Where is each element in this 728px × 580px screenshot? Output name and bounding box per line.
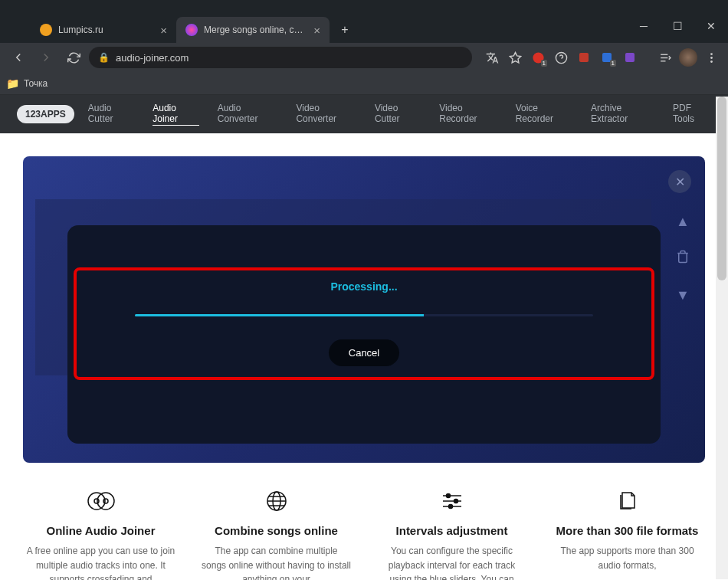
feature-desc: A free online app you can use to join mu…	[23, 544, 179, 580]
nav-audio-joiner[interactable]: Audio Joiner	[152, 103, 199, 126]
svg-point-13	[94, 499, 99, 503]
favicon-icon	[185, 24, 198, 36]
feature-intervals: Intervals adjustment You can configure t…	[374, 487, 530, 580]
back-button[interactable]	[6, 47, 31, 68]
arrow-down-icon[interactable]: ▼	[676, 287, 690, 303]
folder-icon: 📁	[6, 77, 19, 90]
hero-panel: ✕ ▲ ▼ Processing... Cancel	[23, 156, 705, 463]
forward-button[interactable]	[34, 47, 58, 68]
favicon-icon	[40, 24, 52, 36]
feature-desc: The app supports more than 300 audio for…	[549, 544, 705, 572]
nav-audio-converter[interactable]: Audio Converter	[218, 103, 278, 126]
processing-label: Processing...	[130, 280, 598, 293]
avatar[interactable]	[677, 47, 699, 68]
nav-video-converter[interactable]: Video Converter	[296, 103, 356, 126]
site-nav: Audio Cutter Audio Joiner Audio Converte…	[88, 103, 711, 126]
translate-icon[interactable]	[481, 47, 503, 68]
ext-red-icon[interactable]	[573, 47, 595, 68]
ext-purple-icon[interactable]	[619, 47, 641, 68]
nav-pdf-tools[interactable]: PDF Tools	[673, 103, 711, 126]
tab-lumpics[interactable]: Lumpics.ru ×	[31, 17, 176, 43]
trash-icon[interactable]	[676, 250, 690, 267]
svg-point-15	[103, 499, 108, 503]
close-button[interactable]: ✕	[694, 14, 728, 38]
scrollbar[interactable]	[716, 97, 728, 579]
svg-point-9	[710, 53, 713, 55]
reading-list-icon[interactable]	[654, 47, 676, 68]
star-icon[interactable]	[504, 47, 526, 68]
adblock-icon[interactable]: 1	[527, 47, 549, 68]
close-icon[interactable]: ✕	[668, 170, 691, 193]
files-icon	[549, 487, 705, 515]
ext-blue-icon[interactable]: 1	[596, 47, 618, 68]
bookmark-bar: 📁 Точка	[0, 72, 728, 95]
tab-title: Lumpics.ru	[58, 25, 154, 35]
reload-button[interactable]	[61, 47, 86, 68]
menu-icon[interactable]	[700, 47, 722, 68]
globe-icon	[198, 487, 354, 515]
svg-point-14	[97, 493, 114, 510]
url-text: audio-joiner.com	[116, 52, 189, 64]
feature-title: Combine songs online	[198, 524, 354, 537]
feature-combine: Combine songs online The app can combine…	[198, 487, 354, 580]
cancel-button[interactable]: Cancel	[329, 339, 399, 366]
minimize-button[interactable]: ─	[627, 14, 661, 38]
new-tab-button[interactable]: +	[334, 19, 356, 41]
tab-audio-joiner[interactable]: Merge songs online, combine mp... ×	[176, 17, 330, 43]
window-controls: ─ ☐ ✕	[627, 14, 728, 41]
svg-point-26	[448, 505, 452, 509]
logo[interactable]: 123APPS	[17, 105, 74, 123]
progress-fill	[135, 314, 424, 316]
bookmark-folder-label[interactable]: Точка	[24, 78, 48, 89]
arrow-up-icon[interactable]: ▲	[676, 214, 690, 230]
nav-video-recorder[interactable]: Video Recorder	[439, 103, 497, 126]
features-row: Online Audio Joiner A free online app yo…	[0, 463, 728, 580]
progress-bar	[135, 314, 593, 316]
site-header: 123APPS Audio Cutter Audio Joiner Audio …	[0, 95, 728, 133]
svg-point-12	[88, 493, 105, 510]
svg-rect-5	[625, 53, 635, 62]
close-icon[interactable]: ×	[313, 24, 320, 37]
feature-formats: More than 300 file formats The app suppo…	[549, 487, 705, 580]
svg-marker-0	[510, 52, 520, 62]
close-icon[interactable]: ×	[160, 24, 167, 37]
tab-title: Merge songs online, combine mp...	[204, 25, 307, 35]
url-input[interactable]: 🔒 audio-joiner.com	[89, 47, 472, 68]
nav-audio-cutter[interactable]: Audio Cutter	[88, 103, 135, 126]
feature-title: Online Audio Joiner	[23, 524, 179, 537]
help-icon[interactable]	[550, 47, 572, 68]
sliders-icon	[374, 487, 530, 515]
feature-desc: The app can combine multiple songs onlin…	[198, 544, 354, 580]
tabstrip: Lumpics.ru × Merge songs online, combine…	[0, 14, 728, 43]
svg-rect-3	[579, 53, 589, 62]
maximize-button[interactable]: ☐	[661, 14, 694, 38]
svg-point-10	[710, 57, 713, 59]
svg-point-11	[710, 61, 713, 63]
nav-voice-recorder[interactable]: Voice Recorder	[516, 103, 572, 126]
feature-joiner: Online Audio Joiner A free online app yo…	[23, 487, 179, 580]
feature-title: Intervals adjustment	[374, 524, 530, 537]
svg-point-22	[446, 494, 450, 498]
svg-point-24	[454, 500, 457, 503]
lock-icon: 🔒	[98, 52, 110, 63]
feature-desc: You can configure the specific playback …	[374, 544, 530, 580]
feature-title: More than 300 file formats	[549, 524, 705, 537]
nav-archive-extractor[interactable]: Archive Extractor	[591, 103, 654, 126]
nav-video-cutter[interactable]: Video Cutter	[375, 103, 421, 126]
scrollbar-thumb[interactable]	[717, 97, 726, 280]
addressbar: 🔒 audio-joiner.com 1 1	[0, 43, 728, 72]
page-content: 123APPS Audio Cutter Audio Joiner Audio …	[0, 95, 728, 580]
discs-icon	[23, 487, 179, 515]
